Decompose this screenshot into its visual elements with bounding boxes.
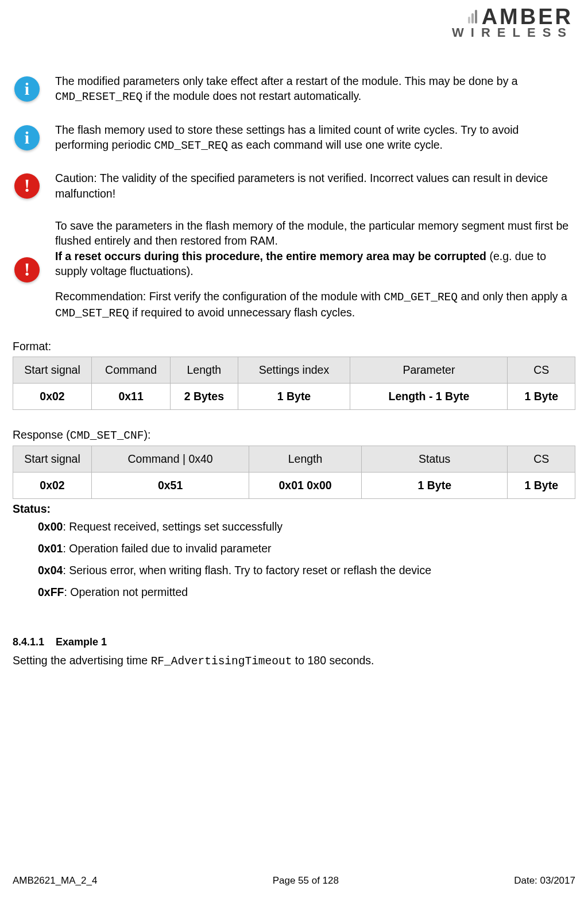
info-icon: i (14, 125, 40, 150)
warning-callout-reset: ! To save the parameters in the flash me… (13, 218, 575, 322)
callout-text: The flash memory used to store these set… (55, 122, 575, 154)
table-cell: Length - 1 Byte (350, 383, 508, 409)
footer-doc-id: AMB2621_MA_2_4 (13, 875, 97, 887)
logo-text-amber: AMBER (482, 6, 573, 28)
status-item: 0x00: Request received, settings set suc… (38, 516, 575, 537)
info-callout-flash-cycles: i The flash memory used to store these s… (13, 122, 575, 154)
footer-date: Date: 03/2017 (514, 875, 575, 887)
signal-waves-icon (468, 10, 477, 24)
table-header: Start signal (13, 357, 92, 383)
status-block: Status: 0x00: Request received, settings… (13, 502, 575, 603)
table-cell: 1 Byte (508, 383, 575, 409)
table-header: Parameter (350, 357, 508, 383)
table-header: Start signal (13, 446, 92, 472)
info-callout-restart: i The modified parameters only take effe… (13, 73, 575, 105)
table-cell: 0x02 (13, 383, 92, 409)
warning-callout-validity: ! Caution: The validity of the specified… (13, 171, 575, 201)
table-header: CS (508, 357, 575, 383)
status-item: 0x01: Operation failed due to invalid pa… (38, 537, 575, 559)
warning-icon: ! (14, 173, 40, 199)
table-header: Command | 0x40 (92, 446, 249, 472)
format-label: Format: (13, 340, 575, 353)
status-item: 0xFF: Operation not permitted (38, 581, 575, 603)
page-footer: AMB2621_MA_2_4 Page 55 of 128 Date: 03/2… (13, 875, 575, 887)
table-cell: 2 Bytes (171, 383, 238, 409)
status-item: 0x04: Serious error, when writing flash.… (38, 559, 575, 581)
table-cell: 0x02 (13, 472, 92, 498)
table-header: Status (361, 446, 508, 472)
table-header: Settings index (238, 357, 350, 383)
table-cell: 0x11 (92, 383, 171, 409)
table-cell: 1 Byte (361, 472, 508, 498)
table-cell: 1 Byte (508, 472, 575, 498)
format-table: Start signal Command Length Settings ind… (13, 357, 575, 410)
callout-text: To save the parameters in the flash memo… (55, 218, 575, 322)
example-text: Setting the advertising time RF_Advertis… (13, 654, 575, 668)
table-cell: 0x51 (92, 472, 249, 498)
example-heading: 8.4.1.1 Example 1 (13, 636, 575, 648)
callout-text: The modified parameters only take effect… (55, 73, 575, 105)
response-table: Start signal Command | 0x40 Length Statu… (13, 446, 575, 499)
page-header: AMBER WIRELESS (13, 6, 575, 39)
table-cell: 0x01 0x00 (249, 472, 362, 498)
response-label: Response (CMD_SET_CNF): (13, 428, 575, 442)
brand-logo: AMBER WIRELESS (452, 6, 573, 39)
status-title: Status: (13, 502, 575, 516)
warning-icon: ! (14, 257, 40, 282)
info-icon: i (14, 76, 40, 102)
table-header: Length (249, 446, 362, 472)
table-header: Command (92, 357, 171, 383)
table-header: Length (171, 357, 238, 383)
logo-text-wireless: WIRELESS (452, 26, 573, 39)
footer-page-number: Page 55 of 128 (273, 875, 339, 887)
table-cell: 1 Byte (238, 383, 350, 409)
callout-text: Caution: The validity of the specified p… (55, 171, 575, 201)
table-header: CS (508, 446, 575, 472)
